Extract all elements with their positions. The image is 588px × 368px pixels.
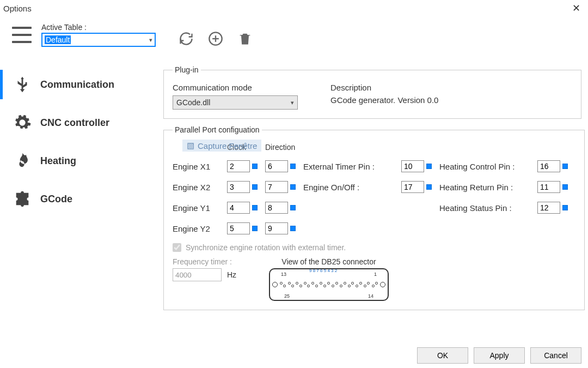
parallel-fieldset: Parallel Port configuation Clock Directi… [163, 125, 585, 310]
sidebar-item-gcode[interactable]: GCode [0, 180, 142, 218]
sidebar-item-label: CNC controller [40, 117, 109, 129]
puzzle-icon [13, 190, 32, 208]
chevron-down-icon: ▾ [291, 99, 294, 106]
heat-ctrl-input[interactable] [537, 160, 560, 172]
sidebar-item-label: Communication [40, 79, 114, 91]
pin-picker-icon[interactable] [426, 184, 432, 190]
pin-picker-icon[interactable] [562, 184, 568, 190]
heat-stat-input[interactable] [537, 202, 560, 214]
engine-y1-clock-input[interactable] [227, 202, 250, 214]
apply-button[interactable]: Apply [474, 347, 525, 364]
heat-ctrl-label: Heating Control Pin : [439, 162, 537, 171]
refresh-icon[interactable] [179, 31, 194, 46]
heat-stat-label: Heating Status Pin : [439, 203, 537, 213]
engine-on-input[interactable] [401, 181, 424, 193]
description-text: GCode generator. Version 0.0 [330, 95, 438, 105]
engine-y2-dir-input[interactable] [265, 222, 288, 234]
ext-timer-input[interactable] [401, 160, 424, 172]
engine-x1-dir-input[interactable] [265, 160, 288, 172]
window-title: Options [3, 4, 32, 13]
active-table-combo[interactable]: Default ▾ [41, 33, 156, 47]
pin-picker-icon[interactable] [290, 184, 296, 190]
engine-x1-clock-input[interactable] [227, 160, 250, 172]
description-label: Description [330, 83, 438, 92]
pin-picker-icon[interactable] [562, 164, 568, 169]
pin-picker-icon[interactable] [252, 205, 258, 210]
engine-x2-clock-input[interactable] [227, 181, 250, 193]
engine-y2-clock-input[interactable] [227, 222, 250, 234]
engine-x2-dir-input[interactable] [265, 181, 288, 193]
direction-header: Direction [265, 143, 303, 152]
add-icon[interactable] [208, 31, 223, 46]
heat-ret-label: Heating Return Pin : [439, 183, 537, 192]
clock-header: Clock [227, 143, 265, 152]
sidebar-item-label: Heating [40, 155, 76, 167]
delete-icon[interactable] [237, 31, 253, 46]
comm-mode-label: Communication mode [173, 83, 298, 92]
pin-picker-icon[interactable] [252, 226, 258, 231]
engine-x1-label: Engine X1 [173, 162, 227, 171]
sidebar-item-label: GCode [40, 194, 72, 205]
active-table-label: Active Table : [41, 23, 156, 32]
usb-icon [13, 75, 32, 94]
sync-label: Synchronize engine rotation with externa… [186, 243, 346, 252]
freq-input [173, 268, 222, 281]
engine-y1-dir-input[interactable] [265, 202, 288, 214]
heat-ret-input[interactable] [537, 181, 560, 193]
plugin-fieldset: Plug-in Communication mode GCode.dll ▾ D… [163, 65, 581, 119]
engine-y2-label: Engine Y2 [173, 224, 227, 233]
parallel-legend: Parallel Port configuation [173, 125, 262, 134]
sidebar-item-heating[interactable]: Heating [0, 142, 142, 180]
active-table-value: Default [45, 35, 71, 44]
plugin-legend: Plug-in [173, 65, 201, 74]
sidebar-item-communication[interactable]: Communication [0, 65, 142, 104]
pin-picker-icon[interactable] [290, 226, 296, 231]
freq-label: Frequency timer : [173, 257, 236, 266]
pin-picker-icon[interactable] [290, 164, 296, 169]
sync-checkbox [173, 243, 181, 252]
comm-mode-value: GCode.dll [176, 98, 210, 107]
pin-picker-icon[interactable] [252, 184, 258, 190]
sidebar-item-cnc[interactable]: CNC controller [0, 104, 142, 142]
ext-timer-label: External Timer Pin : [303, 162, 401, 171]
ok-button[interactable]: OK [417, 347, 468, 364]
engine-y1-label: Engine Y1 [173, 203, 227, 213]
sidebar: Communication CNC controller Heating GCo… [0, 65, 142, 218]
pin-picker-icon[interactable] [290, 205, 296, 210]
engine-x2-label: Engine X2 [173, 183, 227, 192]
pin-picker-icon[interactable] [252, 164, 258, 169]
hamburger-icon[interactable] [12, 27, 32, 43]
comm-mode-dropdown[interactable]: GCode.dll ▾ [173, 95, 298, 110]
cancel-button[interactable]: Cancel [530, 347, 581, 364]
chevron-down-icon: ▾ [149, 37, 152, 44]
close-icon[interactable]: ✕ [568, 1, 585, 15]
engine-on-label: Engine On/Off : [303, 183, 401, 192]
flame-icon [13, 152, 32, 170]
pin-picker-icon[interactable] [426, 164, 432, 169]
db25-connector-diagram: 131 2514 9 8 7 6 5 4 3 2 [269, 268, 389, 301]
pin-picker-icon[interactable] [562, 205, 568, 210]
gear-icon [13, 113, 32, 132]
freq-unit: Hz [227, 270, 236, 279]
db25-title: View of the DB25 connector [281, 257, 376, 266]
